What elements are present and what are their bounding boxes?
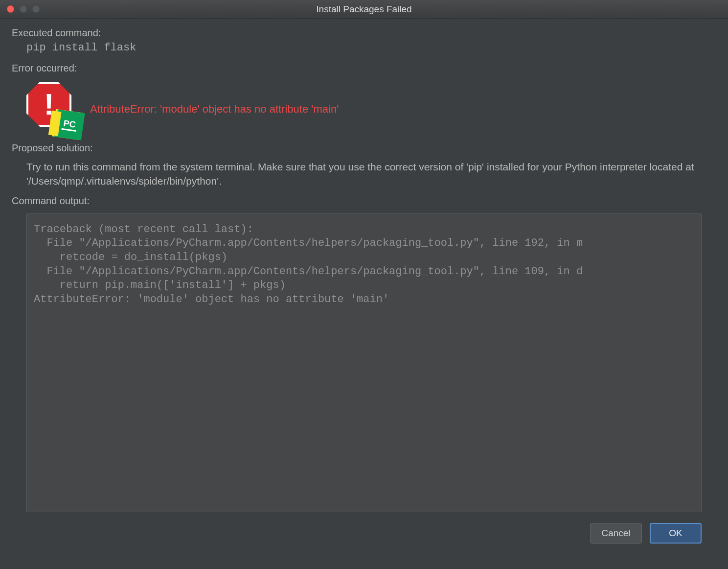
executed-command-label: Executed command:	[12, 27, 716, 39]
command-output-box[interactable]: Traceback (most recent call last): File …	[26, 213, 702, 512]
error-message: AttributeError: 'module' object has no a…	[90, 103, 339, 116]
cancel-button[interactable]: Cancel	[590, 523, 642, 544]
minimize-window-icon	[20, 5, 27, 13]
maximize-window-icon	[32, 5, 40, 13]
command-output-text: Traceback (most recent call last): File …	[34, 223, 696, 307]
ok-button[interactable]: OK	[650, 523, 702, 544]
pycharm-badge-text: PC	[62, 118, 77, 132]
error-occurred-label: Error occurred:	[12, 63, 716, 74]
executed-command-value: pip install flask	[26, 42, 716, 54]
dialog-content: Executed command: pip install flask Erro…	[0, 19, 728, 569]
window-title: Install Packages Failed	[0, 4, 728, 15]
pycharm-badge-icon: PC	[54, 109, 85, 140]
dialog-window: Install Packages Failed Executed command…	[0, 0, 728, 569]
proposed-solution-label: Proposed solution:	[12, 142, 716, 154]
window-controls	[7, 5, 40, 13]
proposed-solution-text: Try to run this command from the system …	[26, 160, 716, 189]
error-icon: ! PC	[26, 82, 81, 137]
dialog-footer: Cancel OK	[12, 512, 716, 556]
titlebar: Install Packages Failed	[0, 0, 728, 19]
command-output-label: Command output:	[12, 195, 716, 207]
close-window-icon[interactable]	[7, 5, 14, 13]
error-row: ! PC AttributeError: 'module' object has…	[26, 82, 716, 137]
